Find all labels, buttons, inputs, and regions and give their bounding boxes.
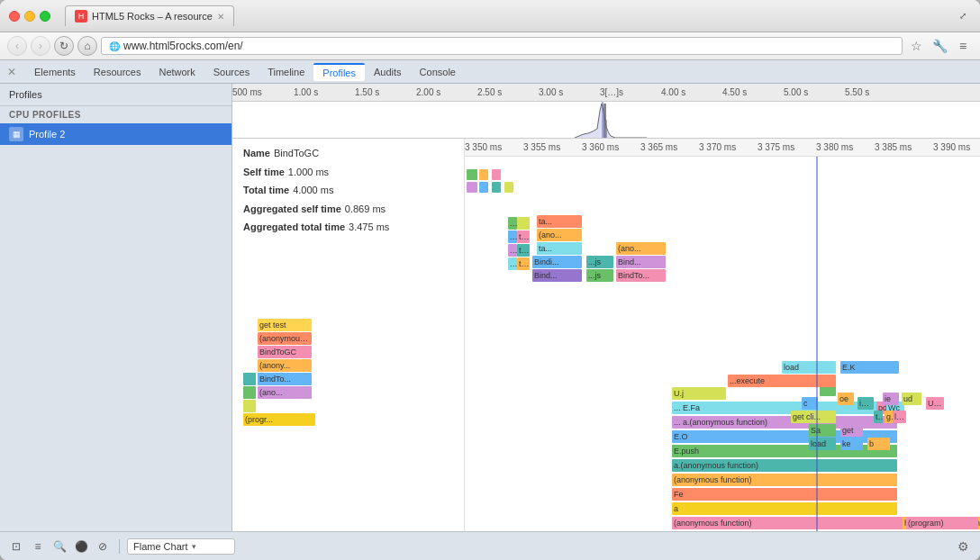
flame-bar-mid-3[interactable]: ... <box>508 230 517 243</box>
flame-bar-oe[interactable]: oe <box>838 393 854 405</box>
flame-bar-small-5[interactable] <box>492 182 501 193</box>
info-name-label: Name <box>243 146 270 161</box>
flame-bar-getcli[interactable]: get cli... <box>791 411 836 423</box>
flame-bar-load-3[interactable]: load <box>782 361 836 374</box>
tab-network[interactable]: Network <box>150 64 204 80</box>
sidebar-item-label: Profile 2 <box>29 129 65 140</box>
tab-console[interactable]: Console <box>411 64 465 80</box>
flame-bar-bindto-1[interactable]: BindTo... <box>616 269 666 282</box>
flame-bar-mid-8[interactable] <box>517 217 530 230</box>
flame-bar-a-anon[interactable]: a.(anonymous function) <box>672 459 897 472</box>
tab-close-icon[interactable]: ✕ <box>217 12 224 22</box>
tab-elements[interactable]: Elements <box>25 64 85 80</box>
tab-sources[interactable]: Sources <box>204 64 259 80</box>
flame-chart-dropdown[interactable]: Flame Chart ▾ <box>127 538 235 555</box>
flame-bar-id-sd[interactable]: id sd <box>858 397 874 410</box>
flame-bar-small-6[interactable] <box>492 169 501 180</box>
flame-bar-mid-2[interactable]: ... <box>508 244 517 257</box>
flame-bar[interactable]: get test <box>258 319 312 331</box>
tab-resources[interactable]: Resources <box>85 64 150 80</box>
flame-bar[interactable] <box>243 400 256 412</box>
flame-bar[interactable]: (ano... <box>258 386 312 399</box>
flame-bar-bind-3[interactable]: ta... <box>537 242 582 255</box>
flame-bar[interactable]: BindToGC <box>258 346 312 358</box>
flame-bar[interactable]: (progr... <box>243 413 315 426</box>
flame-bar-small-4[interactable] <box>479 169 488 180</box>
tab-audits[interactable]: Audits <box>365 64 411 80</box>
flame-bar-js-2[interactable]: ...js <box>586 256 613 268</box>
flame-bar-small-1[interactable] <box>467 182 477 193</box>
flame-bar-mid-6[interactable]: ta... <box>517 244 530 257</box>
flame-bar-mid-5[interactable]: ta... <box>517 257 530 270</box>
flame-bar-mid-1[interactable]: ... <box>508 257 517 270</box>
flame-bar[interactable]: BindTo... <box>258 373 312 385</box>
flame-bar-bind-2[interactable]: Bindi... <box>532 256 582 268</box>
extensions-icon[interactable]: 🔧 <box>930 36 949 56</box>
flame-bar[interactable]: (anonymous function) <box>258 332 312 345</box>
flame-bar-mid-4[interactable]: ... <box>508 217 517 230</box>
flame-bar-fe[interactable]: Fe <box>672 488 897 501</box>
address-bar[interactable]: 🌐 www.html5rocks.com/en/ <box>101 37 903 55</box>
flame-bar-bindto-3[interactable]: (ano... <box>616 242 666 255</box>
flame-bar-bindto-2[interactable]: Bind... <box>616 256 666 268</box>
sidebar-section-label: CPU PROFILES <box>0 106 231 123</box>
close-button[interactable] <box>9 11 20 22</box>
flame-bar-epush[interactable]: E.push <box>672 445 897 457</box>
sidebar-item-profile2[interactable]: ▦ Profile 2 <box>0 123 231 145</box>
flame-bar-ie[interactable]: ie <box>883 393 899 405</box>
flame-bar-small-2[interactable] <box>467 169 477 180</box>
minimize-button[interactable] <box>24 11 35 22</box>
maximize-button[interactable] <box>40 11 50 22</box>
flame-bar-load-right[interactable]: load <box>809 438 836 450</box>
tab-timeline[interactable]: Timeline <box>259 64 313 80</box>
flame-bar-load-2[interactable]: load <box>893 411 906 423</box>
menu-icon[interactable]: ≡ <box>953 36 973 56</box>
tab-bar: H HTML5 Rocks – A resource ✕ <box>65 5 948 26</box>
flame-bar-ke[interactable]: ke <box>840 438 863 450</box>
list-icon[interactable]: ≡ <box>29 537 47 555</box>
flame-bar-ud[interactable]: ud <box>902 393 921 405</box>
flame-bar-anon-fn[interactable]: (anonymous function) <box>672 474 897 486</box>
flame-bar-te[interactable]: te <box>874 411 883 423</box>
reload-button[interactable]: ↻ <box>54 36 74 56</box>
expand-icon[interactable]: ⤢ <box>955 10 971 23</box>
home-button[interactable]: ⌂ <box>77 36 97 56</box>
profile-icon: ▦ <box>9 127 23 141</box>
flame-bar-uj[interactable]: U.j <box>672 387 726 400</box>
flame-bar-execute[interactable]: ...execute <box>728 375 836 387</box>
flame-bar-small-3[interactable] <box>479 182 488 193</box>
flame-bar-mid-7[interactable]: ta... <box>517 230 530 243</box>
tab-profiles[interactable]: Profiles <box>313 63 365 81</box>
flame-bar-sa[interactable]: Sa <box>809 424 836 437</box>
flame-bar-bind-4[interactable]: (ano... <box>537 229 582 241</box>
info-total-time-label: Total time <box>243 183 289 198</box>
forward-button[interactable]: › <box>31 36 50 56</box>
flame-bar-ek[interactable]: E.K <box>840 361 899 374</box>
flame-bar-eo[interactable]: E.O <box>672 430 897 443</box>
flame-bar-uc[interactable]: Uc... <box>926 397 944 410</box>
browser-tab[interactable]: H HTML5 Rocks – A resource ✕ <box>65 5 234 26</box>
flame-bar-js-1[interactable]: ...js <box>586 269 613 282</box>
flame-bar[interactable] <box>243 386 256 399</box>
flame-chart-area[interactable]: ... ... ... ... ta... ta... ta... Bind..… <box>465 157 980 531</box>
record-icon[interactable]: ⚫ <box>72 537 90 555</box>
search-icon[interactable]: 🔍 <box>50 537 68 555</box>
dock-icon[interactable]: ⊡ <box>7 537 25 555</box>
settings-icon[interactable]: ⚙ <box>953 537 973 556</box>
timeline-graph <box>232 102 980 138</box>
back-button[interactable]: ‹ <box>7 36 27 56</box>
flame-bar[interactable]: (anony... <box>258 359 312 372</box>
flame-bar-b[interactable]: b <box>867 438 890 450</box>
devtools-close-button[interactable]: ✕ <box>7 66 16 78</box>
flame-bar-get-right[interactable]: get <box>840 424 863 437</box>
flame-bar-bind-5[interactable]: ta... <box>537 215 582 228</box>
flame-bar[interactable] <box>243 373 256 385</box>
flame-bar-small-7[interactable] <box>504 182 513 193</box>
browser-window: H HTML5 Rocks – A resource ✕ ⤢ ‹ › ↻ ⌂ 🌐… <box>0 0 980 560</box>
bookmark-icon[interactable]: ☆ <box>906 36 926 56</box>
clear-icon[interactable]: ⊘ <box>94 537 112 555</box>
flame-bar-bind-1[interactable]: Bind... <box>532 269 582 282</box>
flame-bar-program-right[interactable]: (program) <box>906 517 978 529</box>
flame-bar-a[interactable]: a <box>672 502 897 515</box>
flame-bar-efa[interactable]: ... a.(anonymous function) <box>672 416 897 429</box>
